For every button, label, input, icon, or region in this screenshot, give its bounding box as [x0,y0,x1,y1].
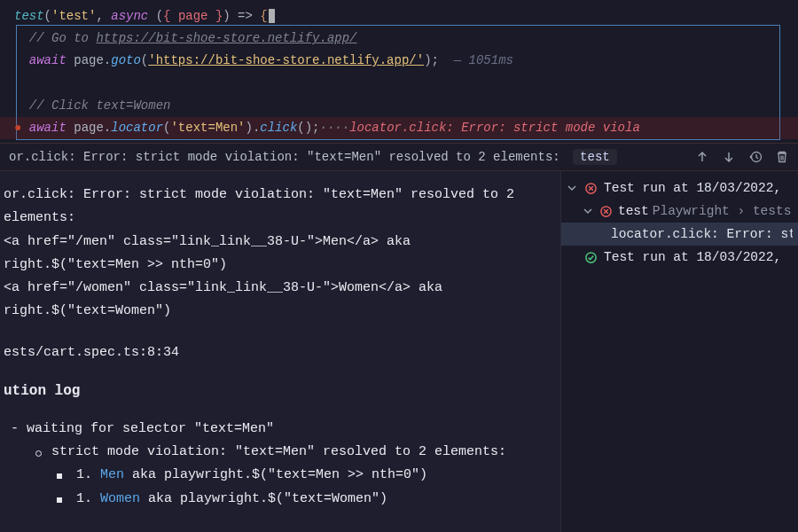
chevron-down-icon[interactable] [567,183,579,193]
code-line[interactable]: // Click text=Women [0,95,798,117]
error-status-icon [584,182,598,195]
tree-item-run[interactable]: Test run at 18/03/2022, [561,246,798,269]
tree-item-error[interactable]: locator.click: Error: stric [561,223,798,246]
code-line[interactable]: test('test', async ({ page }) => { [0,5,798,27]
history-icon[interactable] [748,150,763,164]
error-summary-text: or.click: Error: strict mode violation: … [9,150,560,164]
code-line[interactable]: await page.goto('https://bit-shoe-store.… [0,50,798,72]
prev-error-icon[interactable] [695,150,709,164]
cursor [269,9,275,23]
error-details-panel[interactable]: or.click: Error: strict mode violation: … [0,171,560,532]
error-detail-line: <a href="/women" class="link_link__38-U-… [4,277,557,300]
execution-log-heading: ution log [4,379,557,403]
test-run-tree[interactable]: Test run at 18/03/2022, testPlaywright ›… [560,171,798,532]
log-item: waiting for selector "text=Men" [11,418,557,441]
tree-item-run[interactable]: Test run at 18/03/2022, [561,176,798,200]
code-line[interactable] [0,73,798,95]
code-editor[interactable]: test('test', async ({ page }) => { // Go… [0,0,798,143]
error-test-pill[interactable]: test [573,149,617,165]
matched-element-link[interactable]: Men [100,467,124,482]
matched-element-link[interactable]: Women [100,491,140,506]
error-detail-line: right.$("text=Women") [4,300,557,323]
error-location: ests/cart.spec.ts:8:34 [4,341,557,364]
log-item: 1. Men aka playwright.$("text=Men >> nth… [57,464,557,487]
chevron-down-icon[interactable] [583,206,594,216]
error-detail-line: <a href="/men" class="link_link__38-U-">… [4,231,557,254]
log-item: strict mode violation: "text=Men" resolv… [35,441,557,464]
code-line[interactable]: // Go to https://bit-shoe-store.netlify.… [0,27,798,50]
log-item: 1. Women aka playwright.$("text=Women") [57,488,557,511]
error-status-icon [599,205,613,218]
success-status-icon [584,251,598,264]
code-line-error[interactable]: ● await page.locator('text=Men').click()… [0,117,798,139]
error-detail-line: right.$("text=Men >> nth=0") [4,254,557,277]
delete-icon[interactable] [775,150,789,164]
error-summary-bar: or.click: Error: strict mode violation: … [0,143,798,171]
error-detail-line: or.click: Error: strict mode violation: … [4,184,557,231]
tree-item-test[interactable]: testPlaywright › tests › [561,200,798,223]
next-error-icon[interactable] [722,150,736,164]
